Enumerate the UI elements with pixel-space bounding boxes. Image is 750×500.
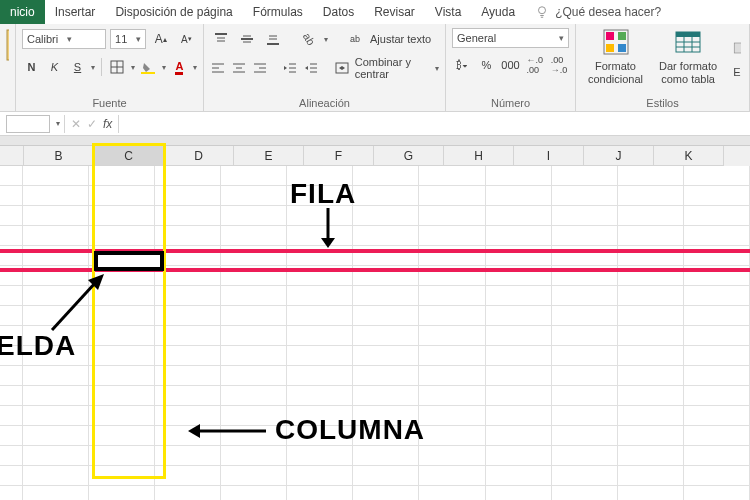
cell[interactable] — [684, 206, 750, 226]
cell[interactable] — [221, 426, 287, 446]
cell[interactable] — [486, 186, 552, 206]
col-header-b[interactable]: B — [24, 146, 94, 166]
cell[interactable] — [552, 426, 618, 446]
cell[interactable] — [287, 186, 353, 206]
cell[interactable] — [684, 346, 750, 366]
cell-styles-button[interactable]: E — [727, 32, 741, 79]
cell[interactable] — [486, 406, 552, 426]
cell[interactable] — [23, 426, 89, 446]
cell[interactable] — [155, 486, 221, 500]
cell[interactable] — [618, 186, 684, 206]
cell[interactable] — [618, 466, 684, 486]
cell[interactable] — [618, 326, 684, 346]
cell[interactable] — [287, 346, 353, 366]
cell[interactable] — [353, 306, 419, 326]
tab-disposicion[interactable]: Disposición de página — [105, 0, 242, 24]
cell[interactable] — [419, 226, 485, 246]
align-right-button[interactable] — [252, 57, 269, 79]
currency-button[interactable]: ₿▾ — [452, 54, 472, 76]
cell[interactable] — [419, 366, 485, 386]
cell[interactable] — [0, 286, 23, 306]
cell[interactable] — [486, 226, 552, 246]
cell[interactable] — [552, 286, 618, 306]
cell[interactable] — [684, 166, 750, 186]
col-header-h[interactable]: H — [444, 146, 514, 166]
cell[interactable] — [0, 466, 23, 486]
cell[interactable] — [618, 286, 684, 306]
cell[interactable] — [23, 206, 89, 226]
cell[interactable] — [221, 226, 287, 246]
cell[interactable] — [684, 446, 750, 466]
cell[interactable] — [221, 166, 287, 186]
cell[interactable] — [0, 326, 23, 346]
font-color-button[interactable]: A — [170, 56, 189, 78]
cell[interactable] — [353, 326, 419, 346]
col-header-i[interactable]: I — [514, 146, 584, 166]
cell[interactable] — [618, 386, 684, 406]
cell[interactable] — [684, 366, 750, 386]
formula-input[interactable] — [119, 115, 750, 133]
cell[interactable] — [552, 386, 618, 406]
cell[interactable] — [552, 206, 618, 226]
number-format-combo[interactable]: General ▾ — [452, 28, 569, 48]
cell[interactable] — [353, 466, 419, 486]
cell[interactable] — [23, 226, 89, 246]
cell[interactable] — [684, 406, 750, 426]
cell[interactable] — [486, 386, 552, 406]
cell[interactable] — [486, 306, 552, 326]
cell[interactable] — [684, 466, 750, 486]
cell[interactable] — [287, 426, 353, 446]
tab-vista[interactable]: Vista — [425, 0, 471, 24]
col-header-j[interactable]: J — [584, 146, 654, 166]
cell[interactable] — [552, 226, 618, 246]
decrease-decimal-button[interactable]: .00→.0 — [549, 54, 569, 76]
align-middle-button[interactable] — [236, 28, 258, 50]
cell[interactable] — [221, 186, 287, 206]
cell[interactable] — [486, 366, 552, 386]
cell[interactable] — [353, 446, 419, 466]
fx-icon[interactable]: fx — [103, 117, 112, 131]
cell[interactable] — [618, 206, 684, 226]
cell[interactable] — [419, 406, 485, 426]
cell[interactable] — [353, 186, 419, 206]
cell[interactable] — [287, 286, 353, 306]
select-all-corner[interactable] — [0, 146, 24, 166]
col-header-d[interactable]: D — [164, 146, 234, 166]
align-bottom-button[interactable] — [262, 28, 284, 50]
cell[interactable] — [552, 446, 618, 466]
cell[interactable] — [23, 286, 89, 306]
cell[interactable] — [221, 206, 287, 226]
cell[interactable] — [684, 306, 750, 326]
cell[interactable] — [221, 346, 287, 366]
cell[interactable] — [419, 386, 485, 406]
cell[interactable] — [221, 366, 287, 386]
cell[interactable] — [419, 346, 485, 366]
cell[interactable] — [618, 306, 684, 326]
comma-button[interactable]: 000 — [500, 54, 520, 76]
cell[interactable] — [618, 366, 684, 386]
cell[interactable] — [419, 426, 485, 446]
cell[interactable] — [552, 486, 618, 500]
col-header-e[interactable]: E — [234, 146, 304, 166]
bold-button[interactable]: N — [22, 56, 41, 78]
cell[interactable] — [221, 386, 287, 406]
cell[interactable] — [419, 326, 485, 346]
col-header-g[interactable]: G — [374, 146, 444, 166]
orientation-button[interactable]: ab — [298, 28, 320, 50]
cell[interactable] — [618, 446, 684, 466]
cell[interactable] — [419, 306, 485, 326]
cell[interactable] — [221, 406, 287, 426]
cell[interactable] — [23, 386, 89, 406]
cell[interactable] — [552, 406, 618, 426]
cell[interactable] — [287, 226, 353, 246]
col-header-f[interactable]: F — [304, 146, 374, 166]
cell[interactable] — [684, 326, 750, 346]
border-button[interactable] — [108, 56, 127, 78]
font-name-combo[interactable]: Calibri ▾ — [22, 29, 106, 49]
tab-insertar[interactable]: Insertar — [45, 0, 106, 24]
increase-font-button[interactable]: A▴ — [150, 28, 171, 50]
cell[interactable] — [618, 346, 684, 366]
decrease-font-button[interactable]: A▾ — [176, 28, 197, 50]
increase-decimal-button[interactable]: ←.0.00 — [525, 54, 545, 76]
cell[interactable] — [419, 486, 485, 500]
